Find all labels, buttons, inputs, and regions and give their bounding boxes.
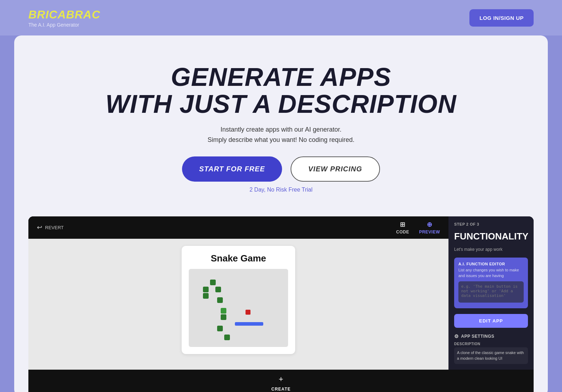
ai-editor-card: A.I. FUNCTION EDITOR List any changes yo… bbox=[454, 258, 528, 308]
snake-segment bbox=[203, 293, 209, 299]
preview-label: PREVIEW bbox=[419, 230, 440, 234]
snake-segment bbox=[224, 335, 230, 340]
step-desc: Let's make your app work bbox=[454, 247, 528, 252]
snake-segment bbox=[203, 287, 209, 292]
snake-segment bbox=[215, 287, 221, 292]
snake-preview-area: Snake Game bbox=[28, 239, 448, 370]
revert-label: REVERT bbox=[45, 225, 64, 230]
description-box: A clone of the classic game snake with a… bbox=[454, 347, 528, 364]
bottom-bar: + CREATE bbox=[28, 370, 534, 392]
snake-head bbox=[221, 308, 226, 314]
create-icon: + bbox=[279, 375, 283, 384]
login-button[interactable]: LOG IN/SIGN UP bbox=[469, 9, 534, 27]
toolbar-revert[interactable]: ↩ REVERT bbox=[37, 223, 64, 231]
preview-tab[interactable]: ⊕ PREVIEW bbox=[419, 221, 440, 234]
hero-title-line1: GENERATE APPS bbox=[28, 64, 534, 91]
settings-icon: ⚙ bbox=[454, 333, 459, 339]
preview-left: ↩ REVERT ⊞ CODE ⊕ PREVIEW Snak bbox=[28, 216, 448, 370]
create-label[interactable]: CREATE bbox=[271, 387, 291, 392]
description-label: DESCRIPTION bbox=[454, 342, 528, 346]
main-card: GENERATE APPS WITH JUST A DESCRIPTION In… bbox=[14, 35, 548, 392]
snake-game-title: Snake Game bbox=[189, 253, 288, 264]
free-trial-text: 2 Day, No Risk Free Trial bbox=[28, 187, 534, 193]
logo-area: BRICABRAC The A.I. App Generator bbox=[28, 8, 100, 28]
app-preview: ↩ REVERT ⊞ CODE ⊕ PREVIEW Snak bbox=[28, 216, 534, 370]
hero-subtitle-line1: Instantly create apps with our AI genera… bbox=[220, 126, 341, 133]
code-tab[interactable]: ⊞ CODE bbox=[396, 221, 409, 234]
preview-icon: ⊕ bbox=[427, 221, 432, 228]
snake-segment bbox=[210, 280, 216, 285]
start-free-button[interactable]: START FOR FREE bbox=[182, 156, 282, 182]
preview-toolbar: ↩ REVERT ⊞ CODE ⊕ PREVIEW bbox=[28, 216, 448, 239]
snake-game-area bbox=[189, 269, 288, 347]
food-item bbox=[246, 310, 250, 315]
revert-icon: ↩ bbox=[37, 223, 42, 231]
header: BRICABRAC The A.I. App Generator LOG IN/… bbox=[0, 0, 562, 35]
snake-card: Snake Game bbox=[182, 246, 295, 354]
snake-segment bbox=[217, 297, 223, 303]
code-label: CODE bbox=[396, 230, 409, 234]
app-settings-title: ⚙ APP SETTINGS bbox=[454, 333, 528, 339]
platform bbox=[235, 322, 263, 326]
toolbar-right: ⊞ CODE ⊕ PREVIEW bbox=[396, 221, 440, 234]
logo-subtitle: The A.I. App Generator bbox=[28, 22, 100, 28]
hero-subtitle-line2: Simply describe what you want! No coding… bbox=[208, 136, 354, 143]
cta-buttons: START FOR FREE VIEW PRICING bbox=[28, 156, 534, 182]
logo-title: BRICABRAC bbox=[28, 8, 100, 21]
app-settings-section: ⚙ APP SETTINGS DESCRIPTION A clone of th… bbox=[454, 333, 528, 364]
snake-segment bbox=[221, 314, 226, 320]
step-label: STEP 2 OF 3 bbox=[454, 222, 528, 226]
hero-title-line2: WITH JUST A DESCRIPTION bbox=[28, 91, 534, 118]
hero-section: GENERATE APPS WITH JUST A DESCRIPTION In… bbox=[28, 57, 534, 204]
ai-editor-input[interactable] bbox=[458, 281, 524, 303]
ai-editor-description: List any changes you wish to make and is… bbox=[458, 267, 524, 278]
ai-editor-title: A.I. FUNCTION EDITOR bbox=[458, 262, 524, 266]
snake-segment bbox=[217, 326, 223, 331]
view-pricing-button[interactable]: VIEW PRICING bbox=[291, 156, 380, 182]
step-title: FUNCTIONALITY bbox=[454, 231, 528, 242]
hero-subtitle: Instantly create apps with our AI genera… bbox=[28, 125, 534, 145]
edit-app-button[interactable]: EDIT APP bbox=[454, 314, 528, 328]
code-icon: ⊞ bbox=[400, 221, 406, 228]
preview-right-panel: STEP 2 OF 3 FUNCTIONALITY Let's make you… bbox=[448, 216, 534, 370]
